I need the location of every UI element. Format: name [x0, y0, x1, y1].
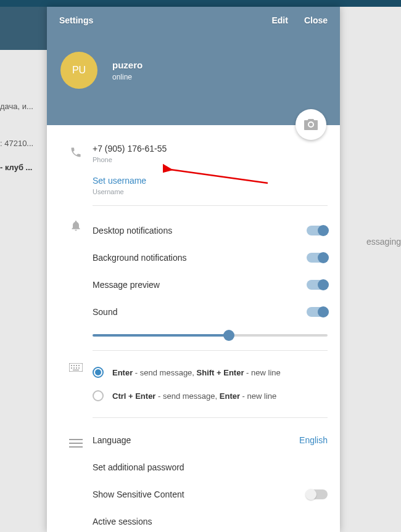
- background-notifications-label: Background notifications: [93, 253, 307, 263]
- bg-chat-snippet: : 47210...: [0, 139, 33, 148]
- menu-icon: [69, 436, 83, 450]
- sensitive-content-toggle[interactable]: [307, 489, 328, 499]
- sound-label: Sound: [93, 307, 307, 317]
- svg-rect-8: [78, 367, 80, 369]
- additional-password-label: Set additional password: [93, 462, 328, 472]
- send-ctrl-enter-text: Ctrl + Enter - send message, Enter - new…: [112, 391, 276, 401]
- avatar[interactable]: PU: [60, 52, 97, 89]
- edit-button[interactable]: Edit: [271, 15, 287, 25]
- svg-rect-1: [71, 365, 72, 366]
- app-sidebar-bg: [0, 7, 47, 50]
- send-enter-option[interactable]: Enter - send message, Shift + Enter - ne…: [93, 361, 328, 384]
- background-notifications-row[interactable]: Background notifications: [93, 244, 328, 271]
- bg-chat-snippet: дача, и...: [0, 102, 33, 111]
- svg-rect-7: [76, 367, 77, 369]
- bg-chat-snippet: - клуб ...: [0, 163, 32, 172]
- active-sessions-row[interactable]: Active sessions: [93, 508, 328, 532]
- app-titlebar-bg: [0, 0, 401, 7]
- bell-icon: [70, 219, 82, 232]
- close-button[interactable]: Close: [304, 15, 328, 25]
- svg-rect-2: [73, 365, 75, 366]
- desktop-notifications-toggle[interactable]: [307, 226, 328, 235]
- radio-unchecked-icon: [93, 390, 104, 401]
- background-notifications-toggle[interactable]: [307, 253, 328, 263]
- language-value: English: [299, 435, 328, 445]
- phone-icon: [70, 146, 82, 158]
- username-label: Username: [93, 188, 328, 195]
- bg-text-fragment: essaging: [366, 237, 401, 247]
- additional-password-row[interactable]: Set additional password: [93, 454, 328, 481]
- sound-toggle[interactable]: [307, 307, 328, 317]
- settings-panel: Settings Edit Close PU puzero online: [47, 7, 340, 532]
- radio-checked-icon: [93, 367, 104, 378]
- photo-upload-button[interactable]: [296, 109, 326, 140]
- volume-slider[interactable]: [93, 334, 328, 337]
- sound-row[interactable]: Sound: [93, 298, 328, 325]
- desktop-notifications-label: Desktop notifications: [93, 226, 307, 235]
- svg-rect-5: [71, 367, 72, 369]
- svg-rect-9: [73, 370, 79, 371]
- svg-rect-6: [73, 367, 75, 369]
- phone-number[interactable]: +7 (905) 176-61-55: [93, 144, 328, 153]
- settings-header: Settings Edit Close PU puzero online: [47, 7, 340, 125]
- sensitive-content-label: Show Sensitive Content: [93, 489, 307, 499]
- phone-label: Phone: [93, 156, 328, 163]
- language-label: Language: [93, 435, 299, 445]
- message-preview-row[interactable]: Message preview: [93, 271, 328, 298]
- message-preview-toggle[interactable]: [307, 280, 328, 290]
- send-ctrl-enter-option[interactable]: Ctrl + Enter - send message, Enter - new…: [93, 384, 328, 407]
- svg-rect-4: [78, 365, 80, 366]
- camera-icon: [304, 119, 318, 130]
- keyboard-icon: [69, 363, 83, 372]
- volume-slider-thumb[interactable]: [223, 330, 234, 341]
- sensitive-content-row[interactable]: Show Sensitive Content: [93, 481, 328, 508]
- desktop-notifications-row[interactable]: Desktop notifications: [93, 217, 328, 244]
- set-username-link[interactable]: Set username: [93, 176, 328, 186]
- send-enter-text: Enter - send message, Shift + Enter - ne…: [112, 368, 281, 377]
- user-status: online: [112, 73, 143, 81]
- message-preview-label: Message preview: [93, 280, 307, 290]
- active-sessions-label: Active sessions: [93, 517, 328, 526]
- language-row[interactable]: Language English: [93, 427, 328, 454]
- settings-title: Settings: [59, 15, 255, 25]
- user-name: puzero: [112, 60, 143, 70]
- svg-rect-3: [76, 365, 77, 366]
